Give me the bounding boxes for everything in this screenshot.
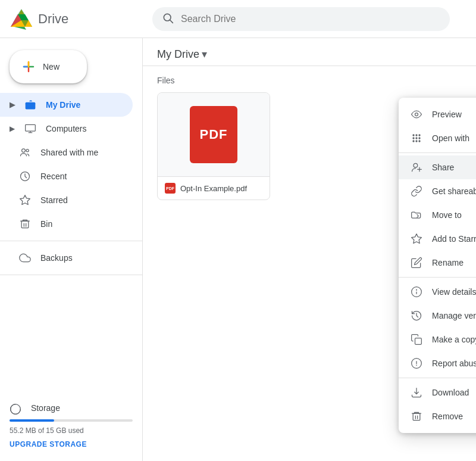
context-menu-item-download[interactable]: Download [399, 381, 476, 404]
svg-rect-43 [413, 413, 420, 420]
warning-icon [411, 357, 422, 369]
person-add-icon [411, 161, 422, 173]
context-divider-2 [399, 277, 476, 278]
storage-label-text: Storage [10, 403, 133, 415]
star-icon [411, 233, 422, 245]
sidebar-item-label: Starred [40, 195, 68, 205]
sidebar-item-starred[interactable]: Starred [0, 188, 133, 212]
my-drive-icon [24, 99, 36, 111]
copy-icon [411, 334, 422, 345]
file-thumbnail: PDF [158, 93, 270, 176]
sidebar-divider-2 [0, 275, 142, 275]
context-menu-item-move-to[interactable]: Move to [399, 203, 476, 227]
svg-point-29 [415, 140, 417, 142]
pdf-icon: PDF [190, 106, 237, 163]
svg-point-42 [416, 365, 417, 366]
storage-info-text: 55.2 MB of 15 GB used [10, 426, 133, 435]
context-menu-item-add-starred[interactable]: Add to Starred [399, 227, 476, 251]
info-icon [411, 286, 422, 298]
history-icon [411, 310, 422, 322]
file-name-bar: PDF Opt-In Example.pdf [158, 176, 270, 200]
svg-point-24 [418, 134, 420, 136]
sidebar-item-label: Bin [40, 219, 52, 229]
sidebar-item-recent[interactable]: Recent [0, 164, 133, 188]
new-button[interactable]: New [10, 50, 87, 83]
context-menu-item-rename[interactable]: Rename [399, 251, 476, 275]
context-item-label: Report abuse [432, 359, 476, 368]
context-menu-item-manage-versions[interactable]: Manage versions [399, 304, 476, 328]
computers-icon [24, 123, 36, 135]
svg-point-22 [412, 134, 414, 136]
sidebar-item-backups[interactable]: Backups [0, 246, 133, 270]
sidebar-item-bin[interactable]: Bin [0, 212, 133, 236]
breadcrumb[interactable]: My Drive ▾ [157, 48, 207, 61]
new-plus-icon [21, 60, 36, 74]
svg-point-30 [418, 140, 420, 142]
svg-marker-16 [20, 195, 30, 205]
my-drive-arrow-icon: ▶ [10, 101, 15, 109]
main-content: My Drive ▾ Files PDF PDF Opt-In Example.… [143, 38, 476, 461]
storage-bar-background [10, 419, 133, 422]
search-icon [162, 12, 174, 26]
context-divider-1 [399, 152, 476, 153]
new-button-label: New [43, 62, 60, 71]
sidebar-item-my-drive[interactable]: ▶ My Drive [0, 93, 133, 117]
file-card[interactable]: PDF PDF Opt-In Example.pdf [157, 92, 270, 200]
context-item-label: Get shareable link [432, 186, 476, 196]
svg-point-21 [415, 113, 418, 116]
computers-arrow-icon: ▶ [10, 124, 15, 133]
svg-rect-10 [26, 124, 36, 131]
shared-with-me-icon [19, 147, 31, 158]
breadcrumb-bar: My Drive ▾ [143, 38, 476, 66]
context-menu-item-open-with[interactable]: Open with › [399, 126, 476, 150]
context-menu-item-preview[interactable]: Preview [399, 102, 476, 126]
breadcrumb-dropdown-icon[interactable]: ▾ [202, 48, 207, 61]
app-layout: New ▶ My Drive ▶ [0, 38, 476, 461]
link-icon [411, 185, 422, 197]
storage-heading: Storage [31, 403, 60, 413]
svg-rect-39 [415, 338, 422, 345]
app-header: Drive [0, 0, 476, 38]
context-item-label: View details [432, 287, 476, 297]
storage-section: Storage 55.2 MB of 15 GB used UPGRADE ST… [0, 395, 142, 456]
bin-icon [19, 218, 31, 230]
storage-icon [10, 403, 21, 415]
context-divider-3 [399, 378, 476, 378]
context-menu-item-view-details[interactable]: View details [399, 280, 476, 304]
context-menu-item-share[interactable]: Share [399, 155, 476, 179]
starred-icon [19, 194, 31, 206]
context-item-label: Add to Starred [432, 234, 476, 244]
context-menu-item-remove[interactable]: Remove [399, 404, 476, 428]
context-menu-item-get-link[interactable]: Get shareable link [399, 179, 476, 203]
svg-rect-17 [21, 221, 29, 228]
sidebar-divider [0, 241, 142, 241]
file-name: Opt-In Example.pdf [180, 184, 247, 193]
sidebar-item-computers[interactable]: ▶ Computers [0, 117, 133, 141]
svg-point-38 [416, 289, 417, 291]
sidebar-item-shared-with-me[interactable]: Shared with me [0, 141, 133, 164]
context-menu-item-make-copy[interactable]: Make a copy [399, 328, 476, 351]
svg-point-14 [26, 149, 29, 152]
upgrade-storage-link[interactable]: UPGRADE STORAGE [10, 440, 87, 448]
sidebar-item-label: My Drive [46, 100, 80, 110]
context-item-label: Rename [432, 258, 464, 267]
trash-icon [411, 410, 422, 422]
drive-logo-icon [10, 7, 33, 31]
context-item-label: Manage versions [432, 311, 476, 320]
breadcrumb-text: My Drive [157, 48, 199, 61]
sidebar-item-label: Recent [40, 172, 67, 181]
context-menu: Preview Open [399, 98, 476, 433]
svg-line-4 [170, 20, 173, 23]
context-menu-item-report-abuse[interactable]: Report abuse [399, 351, 476, 375]
backups-icon [19, 252, 31, 264]
svg-point-26 [415, 137, 417, 139]
context-item-label: Share [432, 163, 454, 172]
search-bar[interactable] [152, 7, 450, 31]
sidebar: New ▶ My Drive ▶ [0, 38, 143, 461]
svg-rect-9 [26, 102, 36, 110]
sidebar-item-label: Backups [40, 253, 73, 263]
storage-bar-fill [10, 419, 54, 422]
search-input[interactable] [181, 14, 440, 24]
pdf-small-icon: PDF [165, 183, 176, 194]
logo-area: Drive [10, 7, 152, 31]
